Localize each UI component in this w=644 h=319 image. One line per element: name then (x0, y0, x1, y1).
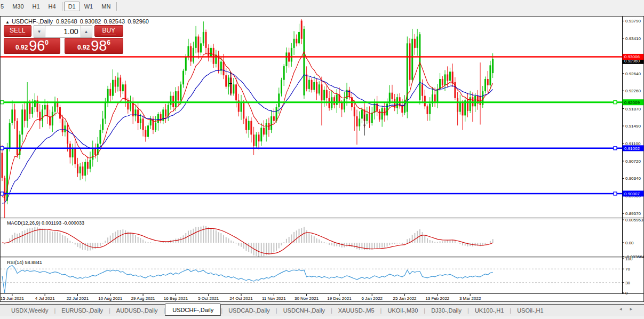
timeframe-button-h1[interactable]: H1 (28, 2, 44, 11)
tab-audusd-daily[interactable]: AUDUSD-,Daily (110, 306, 164, 315)
svg-text:29 Aug 2021: 29 Aug 2021 (131, 296, 155, 301)
chart-tabs: USDX,Weekly|EURUSD-,Daily|AUDUSD-,Daily|… (0, 305, 644, 316)
svg-text:0.005963: 0.005963 (625, 218, 643, 222)
svg-text:0.90007: 0.90007 (624, 192, 640, 196)
volume-decrease-button[interactable]: ▼ (34, 26, 45, 37)
svg-text:0.91870: 0.91870 (625, 107, 641, 111)
svg-text:0.90340: 0.90340 (625, 176, 641, 181)
svg-text:0.92009: 0.92009 (624, 100, 640, 105)
svg-text:0.91002: 0.91002 (624, 146, 640, 151)
timeframe-button-5[interactable]: 5 (0, 2, 8, 11)
tab-scroll-left-icon[interactable]: ◄ (618, 307, 629, 312)
ohlc-low: 0.92543 (104, 18, 125, 25)
svg-text:0: 0 (625, 291, 628, 296)
tab-scroll-right-icon[interactable]: ► (629, 307, 640, 312)
svg-text:24 Oct 2021: 24 Oct 2021 (229, 296, 253, 301)
svg-text:22 Jul 2021: 22 Jul 2021 (67, 296, 89, 301)
tab-usdchf-daily[interactable]: USDCHF-,Daily (165, 304, 221, 316)
svg-text:100: 100 (625, 257, 633, 261)
ohlc-high: 0.93082 (80, 18, 101, 25)
svg-text:6 Jan 2022: 6 Jan 2022 (361, 296, 383, 301)
chart-tab-bar: USDX,Weekly|EURUSD-,Daily|AUDUSD-,Daily|… (0, 302, 644, 319)
svg-text:4 Jul 2021: 4 Jul 2021 (35, 296, 55, 301)
svg-text:70: 70 (625, 267, 630, 272)
volume-increase-button[interactable]: ▲ (81, 26, 92, 37)
tab-uk100-h1[interactable]: UK100-,H1 (469, 306, 510, 315)
tab-usdcad-daily[interactable]: USDCAD-,Daily (222, 306, 276, 315)
tab-usdcnh-daily[interactable]: USDCNH-,Daily (277, 306, 331, 315)
tab-scroll-arrows: ◄► (618, 307, 640, 312)
price-marker-0.92009: 0.92009 (623, 99, 644, 105)
trading-terminal: 5M30H1H4D1W1MN 0.937900.934100.930300.92… (0, 0, 644, 319)
svg-text:30 Nov 2021: 30 Nov 2021 (295, 296, 319, 301)
chart-window: 0.937900.934100.930300.926400.922600.918… (0, 16, 644, 302)
svg-text:25 Jan 2022: 25 Jan 2022 (393, 296, 417, 301)
ohlc-close: 0.92960 (128, 18, 149, 25)
tab-dj30-daily[interactable]: DJ30-,Daily (425, 306, 467, 315)
svg-text:30: 30 (625, 281, 630, 285)
timeframe-button-m30[interactable]: M30 (8, 2, 28, 11)
svg-text:0.93006: 0.93006 (624, 54, 640, 59)
toolbar-separator (62, 2, 62, 11)
timeframe-button-h4[interactable]: H4 (44, 2, 60, 11)
svg-text:0.89570: 0.89570 (625, 211, 641, 216)
volume-input[interactable]: 1.00 (45, 26, 81, 37)
tab-ukoil-m30[interactable]: UKOil-,M30 (381, 306, 424, 315)
svg-text:0.91490: 0.91490 (625, 124, 641, 129)
svg-text:13 Feb 2022: 13 Feb 2022 (425, 296, 449, 301)
svg-text:11 Nov 2021: 11 Nov 2021 (262, 296, 286, 301)
buy-price-display[interactable]: 0.92986 (65, 38, 123, 54)
macd-indicator-label: MACD(12,26,9) 0.001193 -0.000033 (7, 220, 84, 226)
buy-button[interactable]: BUY (94, 25, 123, 37)
chart-symbol-header: ▲USDCHF-,Daily0.926480.930820.925430.929… (5, 18, 152, 25)
svg-text:0.00: 0.00 (625, 241, 634, 245)
tab-usdx-weekly[interactable]: USDX,Weekly (5, 306, 54, 315)
svg-text:5 Oct 2021: 5 Oct 2021 (198, 296, 219, 301)
sell-price-display[interactable]: 0.92960 (4, 38, 60, 54)
ohlc-open: 0.92648 (56, 18, 77, 25)
svg-text:0.93790: 0.93790 (625, 19, 641, 23)
price-chart: 0.937900.934100.930300.926400.922600.918… (0, 16, 644, 302)
timeframe-button-w1[interactable]: W1 (80, 2, 98, 11)
svg-text:0.92260: 0.92260 (625, 89, 641, 93)
price-marker-0.91002: 0.91002 (623, 145, 644, 151)
price-marker-0.93006: 0.93006 (623, 54, 644, 60)
price-marker-0.90007: 0.90007 (623, 190, 644, 196)
rsi-indicator-label: RSI(14) 58.8841 (7, 260, 42, 265)
chart-symbol-title: USDCHF-,Daily (12, 18, 53, 25)
svg-text:3 Mar 2022: 3 Mar 2022 (459, 296, 481, 301)
tab-usoil-h1[interactable]: USOil-,H1 (511, 306, 550, 315)
sell-button[interactable]: SELL (4, 25, 31, 37)
collapse-panel-icon[interactable]: ▲ (5, 20, 10, 25)
volume-stepper: ▼ 1.00 ▲ (34, 25, 92, 38)
svg-text:10 Aug 2021: 10 Aug 2021 (98, 296, 122, 301)
tab-eurusd-daily[interactable]: EURUSD-,Daily (55, 306, 109, 315)
svg-text:0.93410: 0.93410 (625, 36, 641, 41)
one-click-trade-panel: SELL ▼ 1.00 ▲ BUY 0.92960 0.92986 (4, 25, 123, 54)
svg-text:19 Dec 2021: 19 Dec 2021 (327, 296, 352, 301)
svg-text:16 Sep 2021: 16 Sep 2021 (164, 296, 188, 301)
svg-text:0.92640: 0.92640 (625, 71, 641, 76)
svg-text:0.90720: 0.90720 (625, 159, 641, 164)
svg-text:15 Jun 2021: 15 Jun 2021 (1, 296, 25, 301)
timeframe-toolbar: 5M30H1H4D1W1MN (0, 0, 644, 13)
toolbar-separator (116, 2, 117, 11)
timeframe-button-d1[interactable]: D1 (64, 2, 80, 11)
tab-xauusd-m5[interactable]: XAUUSD-,M5 (332, 306, 380, 315)
timeframe-button-mn[interactable]: MN (97, 2, 115, 11)
